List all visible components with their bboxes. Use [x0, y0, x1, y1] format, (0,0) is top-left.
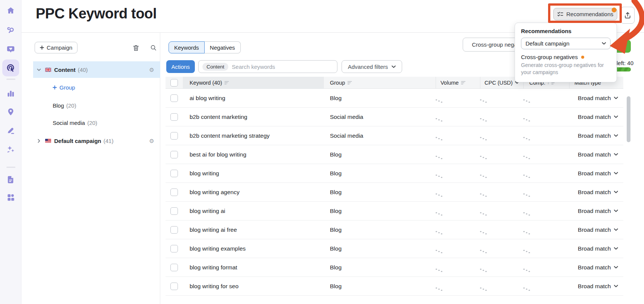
match-type-select[interactable]: Broad match — [578, 132, 618, 139]
chevron-down-icon — [392, 65, 396, 68]
campaign-select[interactable]: Default campaign — [521, 38, 611, 49]
row-checkbox[interactable] — [170, 170, 178, 177]
keywords-table: Keyword (40) Group Volume CPC (USD) Comp… — [166, 77, 623, 296]
keyword-cell: blog writing examples — [183, 245, 324, 252]
gear-icon[interactable]: ⚙ — [149, 67, 154, 73]
tab-keywords[interactable]: Keywords — [169, 41, 205, 53]
match-type-select[interactable]: Broad match — [578, 283, 618, 290]
match-type-select[interactable]: Broad match — [578, 226, 618, 233]
campaign-row-content[interactable]: Content (40) ⚙ — [33, 61, 160, 78]
table-row: blog writing ai free Blog Broad match — [166, 220, 623, 239]
match-type-select[interactable]: Broad match — [578, 208, 618, 214]
match-type-select[interactable]: Broad match — [578, 114, 618, 120]
group-cell: Blog — [324, 151, 436, 158]
add-campaign-button[interactable]: Campaign — [35, 42, 77, 53]
sidebar-item-reports[interactable] — [0, 170, 21, 188]
group-item-blog[interactable]: Blog (20) — [53, 101, 76, 109]
table-body: ai blog writing Blog Broad match b2b con… — [166, 89, 623, 296]
row-checkbox[interactable] — [170, 226, 178, 234]
magnifier-swirl-icon — [6, 26, 15, 35]
row-checkbox[interactable] — [170, 94, 178, 102]
chevron-down-icon — [614, 134, 618, 137]
row-checkbox[interactable] — [170, 283, 178, 290]
sidebar-item-local-marketing[interactable] — [0, 103, 21, 121]
bar-chart-icon — [6, 89, 15, 98]
match-type-select[interactable]: Broad match — [578, 245, 618, 252]
group-item-social-media[interactable]: Social media (20) — [53, 119, 97, 127]
chevron-down-icon — [614, 285, 618, 287]
row-checkbox[interactable] — [170, 188, 178, 196]
checklist-icon — [557, 11, 564, 17]
advanced-filters-button[interactable]: Advanced filters — [342, 60, 402, 73]
sidebar-item-apps[interactable] — [0, 188, 21, 206]
chevron-down-icon — [614, 266, 618, 269]
campaign-row-default[interactable]: Default campaign (41) ⚙ — [33, 132, 160, 149]
match-type-select[interactable]: Broad match — [578, 170, 618, 177]
group-cell: Blog — [324, 189, 436, 196]
match-type-select[interactable]: Broad match — [578, 151, 618, 158]
actions-button[interactable]: Actions — [166, 60, 195, 73]
export-button[interactable] — [621, 7, 635, 24]
match-type-select[interactable]: Broad match — [578, 95, 618, 102]
sidebar-item-competitor-research[interactable] — [0, 21, 21, 39]
keyword-search[interactable]: Content — [198, 60, 337, 73]
home-icon — [6, 6, 15, 15]
sidebar-item-feedback[interactable] — [0, 40, 21, 58]
match-type-select[interactable]: Broad match — [578, 189, 618, 196]
table-row: b2b content marketing Social media Broad… — [166, 108, 623, 126]
delete-icon[interactable] — [131, 43, 141, 53]
group-cell: Blog — [324, 208, 436, 214]
add-group-link[interactable]: Group — [53, 83, 75, 91]
upload-icon — [624, 11, 632, 19]
column-header-volume[interactable]: Volume — [436, 77, 480, 88]
match-type-select[interactable]: Broad match — [578, 264, 618, 271]
table-row: blog writing ai Blog Broad match — [166, 202, 623, 220]
sidebar-item-home[interactable] — [0, 2, 21, 20]
heart-bubble-icon — [6, 45, 15, 54]
page-title: PPC Keyword tool — [36, 6, 156, 22]
campaign-panel: Campaign Content (40) ⚙ Group Blog — [21, 33, 160, 304]
group-cell: Blog — [324, 264, 436, 271]
sparkles-icon — [6, 145, 15, 154]
row-checkbox[interactable] — [170, 207, 178, 215]
chevron-down-icon — [614, 210, 618, 212]
tab-negatives[interactable]: Negatives — [205, 41, 241, 53]
campaign-name: Content — [54, 67, 76, 73]
plus-icon — [40, 46, 44, 50]
sidebar-divider — [6, 167, 15, 168]
chevron-right-icon[interactable] — [37, 139, 41, 143]
cross-group-negatives-item[interactable]: Cross-group negatives — [521, 54, 611, 60]
sidebar-item-ppc-tool-active[interactable] — [2, 59, 19, 76]
search-icon[interactable] — [149, 43, 158, 53]
search-input[interactable] — [232, 64, 333, 70]
sidebar-divider — [6, 79, 15, 80]
column-header-keyword[interactable]: Keyword (40) — [183, 77, 324, 88]
gear-icon[interactable]: ⚙ — [149, 138, 154, 144]
column-header-group[interactable]: Group — [324, 77, 436, 88]
sort-icon — [347, 81, 352, 85]
chevron-down-icon — [614, 116, 618, 118]
group-count: (20) — [87, 120, 97, 126]
row-checkbox[interactable] — [170, 264, 178, 271]
group-cell: Blog — [324, 283, 436, 290]
sidebar-item-content-editor[interactable] — [0, 121, 21, 139]
row-checkbox[interactable] — [170, 113, 178, 121]
sidebar-item-analytics[interactable] — [0, 84, 21, 102]
document-icon — [6, 175, 15, 184]
row-checkbox[interactable] — [170, 132, 178, 140]
target-cursor-icon — [6, 64, 15, 73]
row-checkbox[interactable] — [170, 151, 178, 158]
row-checkbox[interactable] — [170, 245, 178, 252]
keyword-cell: best ai for blog writing — [183, 151, 324, 158]
keyword-cell: b2b content marketing — [183, 114, 324, 120]
map-pin-icon — [6, 108, 15, 116]
select-all-checkbox[interactable] — [170, 79, 178, 87]
table-row: b2b content marketing strategy Social me… — [166, 126, 623, 145]
search-scope-chip[interactable]: Content — [202, 63, 228, 71]
apps-grid-icon — [6, 193, 15, 202]
sidebar-item-ai-tools[interactable] — [0, 140, 21, 158]
recommendations-button[interactable]: Recommendations — [553, 8, 617, 20]
chevron-down-icon[interactable] — [37, 68, 41, 72]
campaign-select-value: Default campaign — [526, 40, 570, 47]
vertical-scrollbar[interactable] — [627, 96, 630, 142]
